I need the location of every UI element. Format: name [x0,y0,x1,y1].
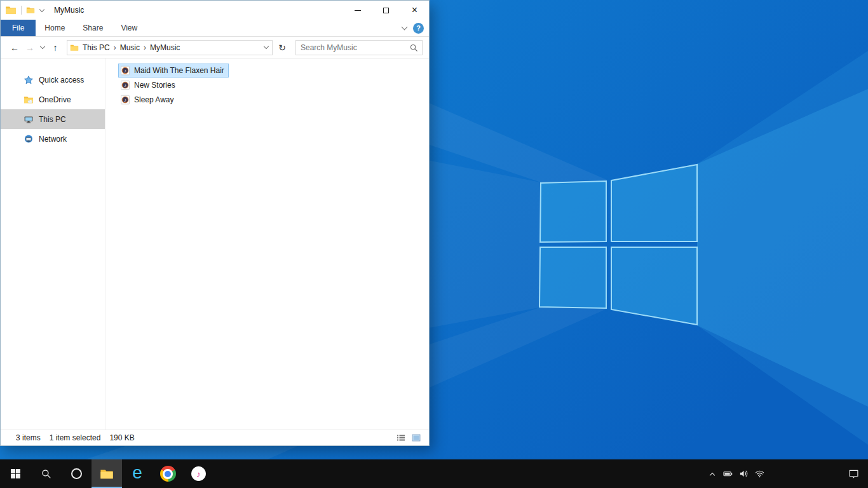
selection-status: 1 item selected [50,433,101,442]
file-item-new-stories[interactable]: New Stories [118,78,180,92]
taskbar-search-button[interactable] [31,459,61,488]
start-button[interactable] [0,459,31,488]
tab-file[interactable]: File [1,20,36,36]
minimize-icon [355,10,361,11]
wifi-icon [755,469,764,478]
windows-logo-icon [10,468,21,479]
ribbon-collapse-chevron-icon[interactable] [402,24,408,30]
tray-volume-button[interactable] [736,459,752,488]
sidebar-item-label: OneDrive [39,95,71,104]
recent-locations-chevron-icon[interactable] [37,46,48,48]
star-icon [24,75,34,85]
breadcrumb-music[interactable]: Music [116,43,144,52]
battery-icon [723,469,733,478]
file-name: Sleep Away [134,95,174,104]
taskbar-cortana-button[interactable] [61,459,92,488]
window-title: MyMusic [54,6,84,15]
network-icon [24,134,34,144]
file-explorer-icon [98,467,115,481]
sidebar-item-onedrive[interactable]: OneDrive [1,90,105,109]
up-button[interactable]: ↑ [48,43,63,53]
close-icon: × [412,5,417,15]
quick-access-toolbar-chevron-down-icon[interactable] [39,6,44,11]
cortana-circle-icon [71,468,82,479]
minimize-button[interactable] [343,1,372,20]
breadcrumb-mymusic[interactable]: MyMusic [146,43,184,52]
taskbar-internet-explorer-button[interactable]: e [122,459,153,488]
breadcrumb-this-pc[interactable]: This PC [79,43,114,52]
tray-network-button[interactable] [752,459,768,488]
onedrive-folder-icon [24,95,34,105]
window-controls: × [343,1,429,20]
taskbar-itunes-button[interactable] [183,459,214,488]
music-file-icon [120,65,130,76]
system-tray [704,459,868,488]
taskbar-file-explorer-button[interactable] [92,459,122,488]
tray-battery-button[interactable] [720,459,736,488]
selection-size: 190 KB [109,433,134,442]
internet-explorer-icon: e [132,464,142,482]
chrome-icon [160,466,176,482]
music-file-icon [120,80,130,90]
file-list[interactable]: Maid With The Flaxen Hair New Stories Sl… [105,58,429,430]
close-button[interactable]: × [400,1,429,20]
navigation-pane: Quick access OneDrive This PC Network [1,58,105,430]
search-input[interactable] [296,43,408,52]
tab-home[interactable]: Home [36,20,74,36]
items-count: 3 items [16,433,41,442]
address-dropdown-chevron-icon[interactable] [261,46,272,48]
ribbon-tab-bar: File Home Share View ? [1,20,429,37]
monitor-icon [24,114,34,125]
status-bar: 3 items 1 item selected 190 KB [1,430,429,445]
help-button[interactable]: ? [413,23,424,34]
file-name: New Stories [134,81,175,90]
speaker-icon [739,469,749,478]
address-bar-row: ← → ↑ This PC › Music › MyMusic ↻ [1,37,429,58]
chevron-up-icon [709,472,714,477]
refresh-button[interactable]: ↻ [275,43,289,53]
forward-button[interactable]: → [22,43,37,53]
sidebar-item-network[interactable]: Network [1,129,105,149]
back-button[interactable]: ← [7,43,22,53]
sidebar-item-label: Network [39,135,67,144]
address-bar[interactable]: This PC › Music › MyMusic [67,40,273,55]
music-file-icon [120,95,130,105]
file-item-sleep-away[interactable]: Sleep Away [118,93,179,107]
maximize-icon [383,8,389,13]
sidebar-item-this-pc[interactable]: This PC [1,109,105,129]
action-center-button[interactable] [839,468,868,479]
sidebar-item-label: Quick access [39,76,84,85]
itunes-icon [191,466,207,482]
file-name: Maid With The Flaxen Hair [134,66,224,75]
search-icon[interactable] [409,43,418,52]
tab-view[interactable]: View [112,20,146,36]
taskbar: e [0,459,868,488]
tab-share[interactable]: Share [74,20,112,36]
sidebar-item-quick-access[interactable]: Quick access [1,70,105,90]
taskbar-chrome-button[interactable] [153,459,183,488]
taskbar-spacer [214,459,704,488]
search-box[interactable] [295,40,423,55]
file-explorer-window: MyMusic × File Home Share View ? ← → ↑ [0,0,430,446]
desktop: MyMusic × File Home Share View ? ← → ↑ [0,0,868,488]
window-folder-icon [5,4,17,16]
search-icon [41,468,51,479]
titlebar[interactable]: MyMusic × [1,1,429,20]
sidebar-item-label: This PC [39,115,66,124]
quick-access-toolbar-folder-icon[interactable] [26,6,35,15]
action-center-icon [848,468,859,479]
tray-expand-button[interactable] [704,459,720,488]
details-view-icon[interactable] [396,433,406,443]
explorer-body: Quick access OneDrive This PC Network [1,58,429,430]
thumbnail-view-icon[interactable] [411,433,421,443]
maximize-button[interactable] [372,1,400,20]
file-item-maid-with-the-flaxen-hair[interactable]: Maid With The Flaxen Hair [118,64,229,78]
titlebar-separator [21,6,22,15]
view-toggles [396,433,421,443]
address-folder-icon [70,43,79,52]
